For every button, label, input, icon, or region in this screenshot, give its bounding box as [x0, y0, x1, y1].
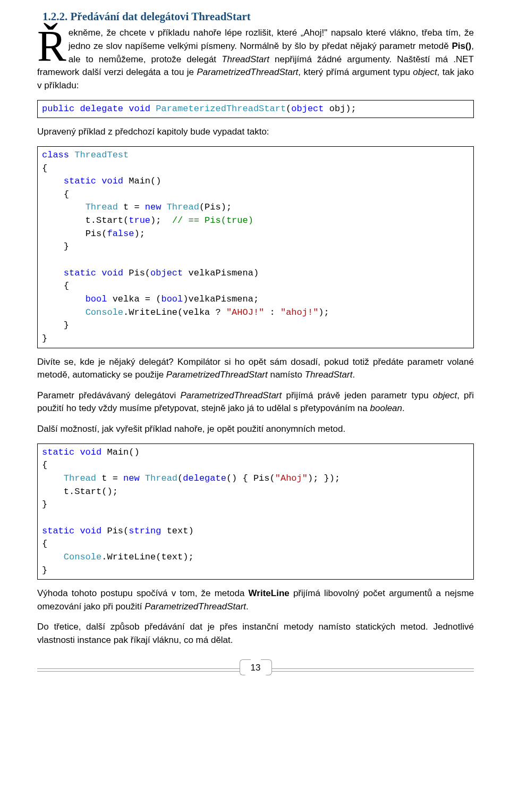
- code-block-3: static void Main() { Thread t = new Thre…: [37, 443, 474, 580]
- intro-ital-paramts: ParametrizedThreadStart: [197, 67, 298, 77]
- code-block-2: class ThreadTest { static void Main() { …: [37, 146, 474, 348]
- intro-body-1: ekněme, že chcete v příkladu nahoře lépe…: [69, 28, 474, 51]
- paragraph-3: Divíte se, kde je nějaký delegát? Kompil…: [37, 356, 474, 382]
- page-number: 13: [245, 660, 266, 676]
- section-heading: 1.2.2. Předávání dat delegátovi ThreadSt…: [37, 9, 474, 24]
- paragraph-7: Do třetice, další způsob předávání dat j…: [37, 621, 474, 647]
- intro-bold-pis: Pis(): [452, 41, 471, 51]
- page-footer: 13: [37, 668, 474, 690]
- intro-ital-threadstart: ThreadStart: [222, 54, 269, 64]
- intro-body-4: , který přímá argument typu: [298, 67, 413, 77]
- page-content: 1.2.2. Předávání dat delegátovi ThreadSt…: [0, 0, 510, 706]
- section-number: 1.2.2.: [42, 10, 67, 23]
- paragraph-4: Parametr předávávaný delegátovi Parametr…: [37, 389, 474, 415]
- section-title-text: Předávání dat delegátovi ThreadStart: [71, 10, 251, 23]
- intro-ital-object: object: [413, 67, 437, 77]
- intro-paragraph: Řekněme, že chcete v příkladu nahoře lép…: [37, 27, 474, 92]
- paragraph-2: Upravený příklad z předchozí kapitoly bu…: [37, 125, 474, 139]
- paragraph-6: Výhoda tohoto postupu spočívá v tom, že …: [37, 587, 474, 613]
- paragraph-5: Další možností, jak vyřešit příklad naho…: [37, 423, 474, 436]
- code-block-1: public delegate void ParameterizedThread…: [37, 100, 474, 119]
- dropcap-letter: Ř: [37, 27, 69, 64]
